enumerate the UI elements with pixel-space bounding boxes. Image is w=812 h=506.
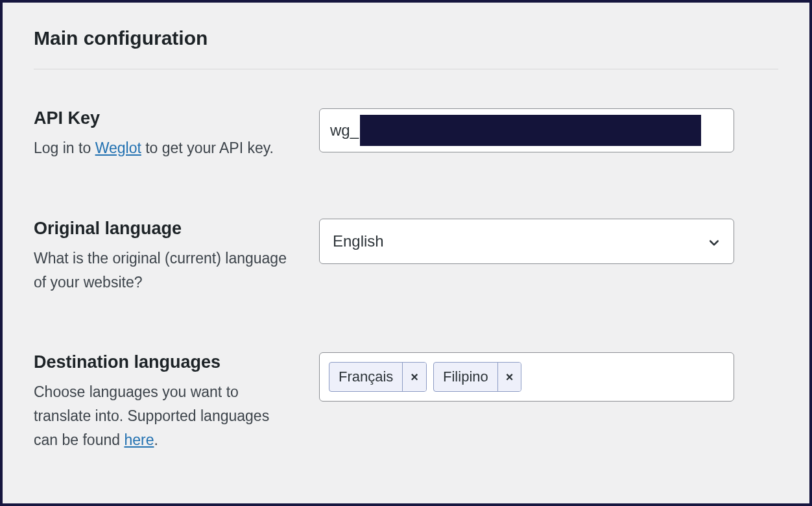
destination-languages-tags-input[interactable]: Français × Filipino × [319, 352, 734, 402]
original-language-selected-value: English [333, 232, 384, 250]
api-key-input[interactable]: wg_ [319, 108, 734, 152]
original-language-input-col: English [319, 219, 778, 264]
language-tag: Français × [329, 362, 427, 392]
destination-languages-label: Destination languages [34, 352, 287, 372]
api-key-label: API Key [34, 108, 287, 128]
api-key-desc-prefix: Log in to [34, 139, 95, 156]
original-language-description: What is the original (current) language … [34, 247, 287, 295]
weglot-link[interactable]: Weglot [95, 139, 141, 156]
remove-tag-button[interactable]: × [402, 363, 426, 391]
api-key-desc-suffix: to get your API key. [141, 139, 274, 156]
api-key-row: API Key Log in to Weglot to get your API… [34, 108, 778, 160]
api-key-visible-prefix: wg_ [330, 121, 360, 139]
section-title: Main configuration [34, 27, 778, 49]
api-key-redacted [360, 115, 701, 146]
destination-languages-input-col: Français × Filipino × [319, 352, 778, 402]
language-tag: Filipino × [433, 362, 521, 392]
api-key-label-col: API Key Log in to Weglot to get your API… [34, 108, 287, 160]
destination-languages-desc-suffix: . [154, 431, 158, 448]
original-language-label-col: Original language What is the original (… [34, 219, 287, 295]
main-configuration-panel: Main configuration API Key Log in to Weg… [3, 3, 809, 477]
destination-languages-description: Choose languages you want to translate i… [34, 380, 287, 452]
api-key-input-col: wg_ [319, 108, 778, 152]
original-language-row: Original language What is the original (… [34, 219, 778, 295]
language-tag-label: Français [329, 363, 402, 391]
remove-tag-button[interactable]: × [497, 363, 521, 391]
supported-languages-link[interactable]: here [124, 431, 154, 448]
destination-languages-label-col: Destination languages Choose languages y… [34, 352, 287, 452]
chevron-down-icon [708, 235, 721, 248]
original-language-label: Original language [34, 219, 287, 239]
language-tag-label: Filipino [434, 363, 497, 391]
original-language-select[interactable]: English [319, 219, 734, 264]
destination-languages-row: Destination languages Choose languages y… [34, 352, 778, 452]
api-key-description: Log in to Weglot to get your API key. [34, 136, 287, 160]
divider [34, 69, 778, 69]
